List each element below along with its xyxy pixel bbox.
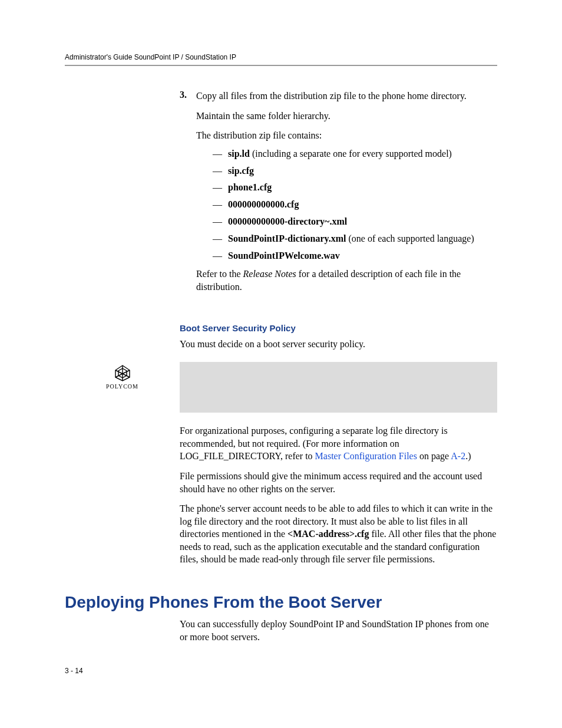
mac-address-cfg: <MAC-address>.cfg — [287, 529, 369, 539]
header-rule — [65, 65, 497, 66]
list-item: SoundPointIP-dictionary.xml (one of each… — [213, 233, 497, 245]
file-name: phone1.cfg — [228, 182, 272, 192]
polycom-logo: POLYCOM — [65, 362, 180, 390]
running-header: Administrator's Guide SoundPoint IP / So… — [65, 53, 497, 61]
file-name: SoundPointIP-dictionary.xml — [228, 233, 346, 243]
list-item: SoundPointIPWelcome.wav — [213, 250, 497, 262]
list-item: phone1.cfg — [213, 182, 497, 194]
step-3-p3: The distribution zip file contains: — [196, 129, 497, 142]
file-name: sip.ld — [228, 149, 250, 159]
file-name: sip.cfg — [228, 166, 254, 176]
polycom-logo-icon — [112, 364, 133, 382]
file-name: 000000000000.cfg — [228, 199, 299, 209]
list-item: sip.ld (including a separate one for eve… — [213, 148, 497, 160]
file-desc: (including a separate one for every supp… — [250, 149, 452, 159]
list-item: sip.cfg — [213, 165, 497, 177]
step-number: 3. — [180, 90, 196, 100]
file-name: 000000000000-directory~.xml — [228, 216, 347, 226]
org-para-1: For organizational purposes, configuring… — [180, 424, 497, 463]
link-master-config-files[interactable]: Master Configuration Files — [315, 451, 417, 461]
section-heading-deploying-phones: Deploying Phones From the Boot Server — [65, 593, 497, 612]
note-block: POLYCOM — [65, 362, 497, 413]
file-desc: (one of each supported language) — [346, 233, 474, 243]
list-item: 000000000000.cfg — [213, 199, 497, 211]
file-name: SoundPointIPWelcome.wav — [228, 251, 340, 261]
release-notes-ref: Release Notes — [243, 269, 296, 279]
note-grey-box — [180, 362, 497, 413]
polycom-logo-text: POLYCOM — [106, 383, 138, 390]
step-3-row: 3. Copy all files from the distribution … — [180, 90, 497, 301]
section-p1: You can successfully deploy SoundPoint I… — [180, 618, 497, 643]
org-para-2: File permissions should give the minimum… — [180, 470, 497, 495]
distribution-file-list: sip.ld (including a separate one for eve… — [196, 148, 497, 262]
org-para-3: The phone's server account needs to be a… — [180, 502, 497, 566]
step-3-p2: Maintain the same folder hierarchy. — [196, 110, 497, 123]
page-number: 3 - 14 — [65, 667, 83, 675]
step-3-p1: Copy all files from the distribution zip… — [196, 90, 497, 103]
link-page-a2[interactable]: A-2 — [451, 451, 465, 461]
refer-para: Refer to the Release Notes for a detaile… — [196, 268, 497, 293]
security-policy-p1: You must decide on a boot server securit… — [180, 338, 497, 351]
list-item: 000000000000-directory~.xml — [213, 216, 497, 228]
subheading-boot-server-security: Boot Server Security Policy — [180, 323, 497, 333]
